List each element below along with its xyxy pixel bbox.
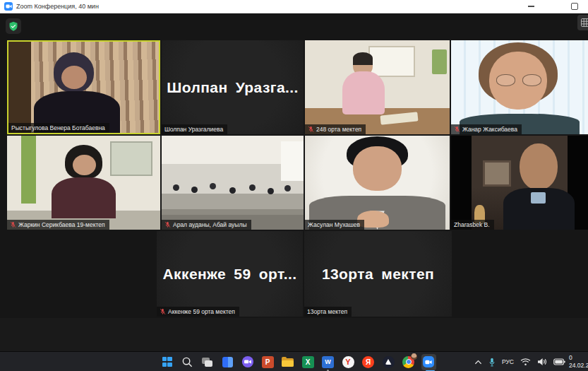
word-icon[interactable]: W (320, 355, 335, 370)
deco (432, 49, 447, 74)
tray-mic-icon[interactable] (488, 357, 496, 367)
deco (353, 52, 373, 64)
participant-video (7, 136, 160, 230)
deco (110, 141, 152, 176)
participant-name: 13орта мектеп (307, 308, 347, 315)
participant-video (162, 136, 304, 230)
powerpoint-icon[interactable]: P (260, 355, 275, 370)
deco (21, 136, 37, 204)
meeting-area: Рыстыгулова Венера Ботабаевна Шолпан Ура… (0, 13, 588, 318)
participant-name-label: Шолпан Уразгалиева (162, 124, 227, 134)
muted-mic-icon (164, 221, 171, 228)
participant-name-label: Рыстыгулова Венера Ботабаевна (8, 123, 109, 133)
video-tile-aral[interactable]: Арал ауданы, Абай ауылы (162, 136, 304, 230)
task-view-icon[interactable] (200, 355, 215, 370)
participant-video (451, 136, 588, 230)
yandex-icon[interactable]: Я (361, 355, 376, 370)
video-tile-zharkin[interactable]: Жаркин Серикбаева 19-мектеп (7, 136, 160, 230)
tray-expand-chevron[interactable] (474, 360, 482, 365)
window-controls (528, 3, 578, 10)
gallery-view-icon[interactable] (577, 15, 588, 30)
muted-mic-icon (308, 126, 314, 133)
muted-mic-icon (160, 308, 166, 315)
video-tile-rystygulova[interactable]: Рыстыгулова Венера Ботабаевна (7, 40, 160, 134)
yandex-browser-letter: Y (345, 358, 350, 366)
participant-name-label: 13орта мектеп (304, 307, 352, 317)
widgets-icon[interactable] (220, 355, 235, 370)
video-tile-13-mektep[interactable]: 13орта мектеп 13орта мектеп (304, 231, 452, 317)
zoom-meeting-window: Zoom Конференция, 40 мин Рыстыгулова Вен… (0, 0, 588, 371)
excel-icon[interactable]: X (301, 355, 316, 370)
maximize-icon[interactable] (571, 3, 578, 10)
participant-name-label: Аккенже 59 орта мектеп (157, 307, 239, 317)
participant-name-label: 248 орта мектеп (305, 124, 366, 134)
deco (73, 155, 96, 175)
participant-big-name: 13орта мектеп (304, 231, 452, 317)
word-letter: W (325, 358, 331, 365)
deco (522, 74, 541, 86)
video-tile-sholpan[interactable]: Шолпан Уразга... Шолпан Уразгалиева (162, 40, 304, 134)
video-tile-248-mektep[interactable]: 248 орта мектеп (305, 40, 450, 134)
deco (61, 66, 87, 90)
deco (173, 184, 179, 191)
participant-name: Рыстыгулова Венера Ботабаевна (11, 124, 105, 131)
deco (52, 177, 116, 219)
deco (520, 143, 558, 191)
start-icon[interactable] (160, 355, 174, 370)
language-indicator[interactable]: РУС (502, 358, 514, 365)
video-tile-zhasulan[interactable]: Жасулан Мухашев (305, 136, 450, 230)
participant-video (8, 42, 159, 133)
deco (342, 71, 384, 114)
muted-mic-icon (454, 126, 460, 133)
yandex-letter: Я (366, 358, 371, 366)
deco (281, 141, 304, 181)
excel-letter: X (306, 358, 311, 366)
participant-name: Арал ауданы, Абай ауылы (173, 221, 247, 228)
participant-name: Шолпан Уразгалиева (164, 126, 223, 133)
video-tile-zharasbek[interactable]: Zharasbek B. (451, 136, 588, 230)
chrome-icon[interactable] (401, 355, 416, 370)
deco (368, 46, 415, 77)
window-titlebar[interactable]: Zoom Конференция, 40 мин (0, 0, 588, 13)
clock-time: 0 (569, 354, 588, 362)
volume-icon[interactable] (537, 358, 547, 366)
active-app-highlight (421, 354, 436, 370)
participant-name-label: Арал ауданы, Абай ауылы (162, 220, 251, 230)
deco (531, 192, 546, 204)
search-icon[interactable] (180, 355, 195, 370)
alice-assistant-icon[interactable] (381, 355, 396, 370)
participant-big-name: Шолпан Уразга... (162, 40, 304, 134)
deco (353, 146, 402, 192)
video-tile-zhanar[interactable]: Жанар Жаксибаева (451, 40, 588, 134)
deco (483, 160, 512, 187)
zoom-taskbar-icon[interactable] (421, 355, 436, 370)
powerpoint-letter: P (265, 358, 270, 366)
zoom-toolbar: Выключить звук Включить видео Начать вид… (0, 318, 588, 351)
participant-name-label: Zharasbek B. (451, 220, 494, 230)
security-shield-icon[interactable] (6, 18, 21, 34)
participant-name: Zharasbek B. (454, 221, 490, 228)
clock-date: 24.02.2 (569, 362, 588, 370)
windows-taskbar: P X W Y Я РУС 0 24.02.2 (0, 351, 588, 371)
battery-icon[interactable] (553, 358, 565, 365)
video-tile-akkenzhe[interactable]: Аккенже 59 орт... Аккенже 59 орта мектеп (157, 231, 303, 317)
account-avatar (411, 353, 417, 360)
participant-name: Жасулан Мухашев (308, 221, 360, 228)
window-title: Zoom Конференция, 40 мин (16, 3, 99, 10)
zoom-app-icon (4, 2, 13, 11)
participant-name: Жанар Жаксибаева (462, 126, 517, 133)
muted-mic-icon (10, 221, 16, 228)
video-chat-app-icon[interactable] (240, 355, 255, 370)
file-explorer-icon[interactable] (280, 355, 295, 370)
taskbar-icons: P X W Y Я (160, 353, 436, 370)
deco (496, 74, 515, 86)
participant-name-label: Жаркин Серикбаева 19-мектеп (7, 220, 109, 230)
taskbar-clock[interactable]: 0 24.02.2 (569, 354, 588, 369)
participant-name-label: Жанар Жаксибаева (451, 124, 522, 134)
wifi-icon[interactable] (520, 358, 531, 366)
minimize-icon[interactable] (528, 6, 534, 7)
yandex-browser-icon[interactable]: Y (341, 355, 356, 370)
participant-big-name: Аккенже 59 орт... (157, 231, 303, 317)
participant-video (305, 136, 450, 230)
participant-name-label: Жасулан Мухашев (305, 220, 364, 230)
